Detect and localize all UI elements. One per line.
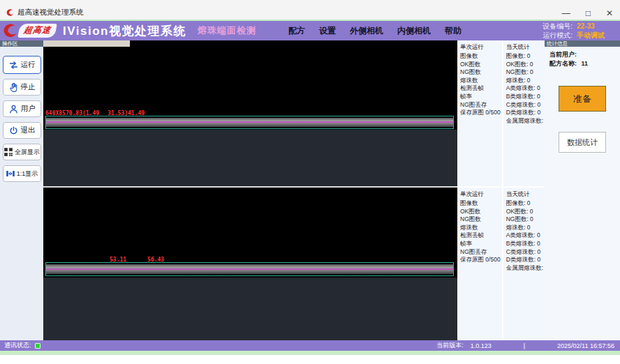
camera-feed-bottom[interactable]: 53.11 56.43 <box>43 188 457 340</box>
data-statistics-button[interactable]: 数据统计 <box>559 132 606 153</box>
one-to-one-icon <box>6 169 15 179</box>
sidebar-title: 操作区 <box>0 40 43 47</box>
run-mode-label: 运行模式: <box>542 31 573 40</box>
camera-separator <box>43 186 457 188</box>
stop-button-label: 停止 <box>21 82 36 92</box>
stats-panel-bottom: 单次运行 图像数 OK图数 NG图数 熔珠数 检测丢帧 帧率 NG图丢存 保存原… <box>457 188 545 340</box>
single-run-column: 单次运行 图像数 OK图数 NG图数 熔珠数 检测丢帧 帧率 NG图丢存 保存原… <box>457 40 502 186</box>
stat-row: 帧率 <box>460 93 501 101</box>
stat-row: OK图数 <box>460 208 501 216</box>
window-title: 超高速视觉处理系统 <box>17 8 84 17</box>
menu-item-help[interactable]: 帮助 <box>445 25 462 37</box>
exit-button[interactable]: 退出 <box>3 122 41 139</box>
restore-button[interactable]: □ <box>586 9 591 17</box>
today-stats-column: 当天统计 图像数: 0 OK图数: 0 NG图数: 0 熔珠数: 0 A类熔珠数… <box>503 40 549 186</box>
fullscreen-button[interactable]: 全屏显示 <box>3 144 41 160</box>
info-panel-title: 统计信息 <box>545 40 620 47</box>
annotation-text: 31.53)41.49 <box>108 110 145 116</box>
stat-row: NG图数 <box>460 215 501 224</box>
measurement-annotations-top: 640X8570.83(1.49 31.53)41.49 <box>45 110 145 116</box>
today-stats-column: 当天统计 图像数: 0 OK图数: 0 NG图数: 0 熔珠数: 0 A类熔珠数… <box>503 188 549 340</box>
today-stats-title: 当天统计 <box>506 43 548 52</box>
minimize-button[interactable]: — <box>562 9 570 17</box>
stat-row: OK图数: 0 <box>506 208 548 216</box>
menu-item-settings[interactable]: 设置 <box>319 25 336 37</box>
comm-status-indicator <box>35 343 40 349</box>
app-subtitle: 熔珠端面检测 <box>198 24 256 37</box>
stat-row: OK图数: 0 <box>506 61 548 69</box>
main-menu: 配方 设置 外侧相机 内侧相机 帮助 <box>288 25 462 37</box>
app-title: IVision视觉处理系统 <box>63 23 186 39</box>
menu-item-recipe[interactable]: 配方 <box>288 25 305 37</box>
titlebar: 超高速视觉处理系统 — □ ✕ <box>0 0 620 20</box>
version-label: 当前版本: <box>436 341 464 350</box>
stat-row: 保存原图 0/500 <box>460 256 501 264</box>
stat-row: 保存原图 0/500 <box>460 109 501 117</box>
comm-status-label: 通讯状态: <box>4 341 31 350</box>
device-info: 设备编号: 22-33 运行模式: 手动调试 <box>542 22 614 40</box>
stat-row: 图像数 <box>460 199 501 208</box>
menu-item-inner-camera[interactable]: 内侧相机 <box>397 25 431 37</box>
datetime-value: 2025/02/11 16:57:56 <box>557 342 614 349</box>
menu-item-outer-camera[interactable]: 外侧相机 <box>350 25 383 37</box>
run-button-label: 运行 <box>21 60 36 70</box>
stat-row: NG图丢存 <box>460 248 501 257</box>
ready-button[interactable]: 准备 <box>559 86 606 112</box>
stat-row: A类熔珠数: 0 <box>506 232 548 240</box>
stat-row: 帧率 <box>460 240 501 248</box>
bead-detection-line-bottom <box>46 268 453 270</box>
camera-feed-top[interactable]: 640X8570.83(1.49 31.53)41.49 <box>43 40 457 186</box>
stat-row: D类熔珠数: 0 <box>506 109 548 117</box>
single-run-title: 单次运行 <box>460 190 501 199</box>
statistics-column: 单次运行 图像数 OK图数 NG图数 熔珠数 检测丢帧 帧率 NG图丢存 保存原… <box>457 40 545 340</box>
stat-row: 检测丢帧 <box>460 84 501 93</box>
annotation-text: 56.43 <box>147 257 164 263</box>
device-id-value: 22-33 <box>577 22 614 31</box>
stop-button[interactable]: 停止 <box>3 79 41 96</box>
stat-row: 图像数: 0 <box>506 52 548 61</box>
stat-row: 熔珠数 <box>460 224 501 232</box>
run-mode-value: 手动调试 <box>577 31 614 40</box>
stat-row: C类熔珠数: 0 <box>506 101 548 109</box>
recipe-name-row: 配方名称: 11 <box>545 59 620 68</box>
camera-bottom-lower-region <box>43 278 457 340</box>
run-button[interactable]: 运行 <box>3 56 41 74</box>
close-button[interactable]: ✕ <box>606 9 613 17</box>
info-panel: 统计信息 当前用户: 配方名称: 11 准备 数据统计 <box>545 40 620 340</box>
stat-row: D类熔珠数: 0 <box>506 256 548 264</box>
stat-row: 熔珠数: 0 <box>506 224 548 232</box>
operation-sidebar: 操作区 运行 停止 用户 <box>0 40 43 340</box>
stat-row: 图像数 <box>460 52 501 61</box>
stat-row: NG图数: 0 <box>506 215 548 224</box>
run-cycle-icon <box>8 60 19 70</box>
stat-row: 熔珠数: 0 <box>506 77 548 85</box>
stat-row: 金属屑熔珠数: 0 <box>506 117 548 126</box>
single-run-column: 单次运行 图像数 OK图数 NG图数 熔珠数 检测丢帧 帧率 NG图丢存 保存原… <box>457 188 502 340</box>
stat-row: 检测丢帧 <box>460 232 501 240</box>
user-button-label: 用户 <box>21 104 36 114</box>
current-user-row: 当前用户: <box>545 50 620 59</box>
current-user-label: 当前用户: <box>549 51 577 58</box>
single-run-title: 单次运行 <box>460 43 501 52</box>
user-icon <box>8 104 19 114</box>
stat-row: B类熔珠数: 0 <box>506 93 548 101</box>
stat-row: 熔珠数 <box>460 77 501 85</box>
bead-detection-line-top <box>46 121 453 123</box>
one-to-one-button[interactable]: 1:1显示 <box>3 165 41 182</box>
app-header: 超高速 IVision视觉处理系统 熔珠端面检测 配方 设置 外侧相机 内侧相机… <box>0 21 620 40</box>
annotation-text: 640X8570.83(1.49 <box>45 110 99 116</box>
user-button[interactable]: 用户 <box>3 100 41 117</box>
power-icon <box>8 126 19 136</box>
fullscreen-button-label: 全屏显示 <box>15 148 40 157</box>
stats-panel-top: 单次运行 图像数 OK图数 NG图数 熔珠数 检测丢帧 帧率 NG图丢存 保存原… <box>457 40 545 186</box>
today-stats-title: 当天统计 <box>506 190 548 199</box>
brand-swoosh-icon <box>2 23 17 38</box>
app-logo-icon <box>6 8 14 17</box>
camera-top-lower-region <box>43 130 457 186</box>
stat-row: 图像数: 0 <box>506 199 548 208</box>
fullscreen-grid-icon <box>3 147 13 157</box>
exit-button-label: 退出 <box>21 126 36 135</box>
version-value: 1.0.123 <box>471 342 492 349</box>
app-window: 超高速视觉处理系统 — □ ✕ 超高速 IVision视觉处理系统 熔珠端面检测… <box>0 0 620 364</box>
stat-row: B类熔珠数: 0 <box>506 240 548 248</box>
